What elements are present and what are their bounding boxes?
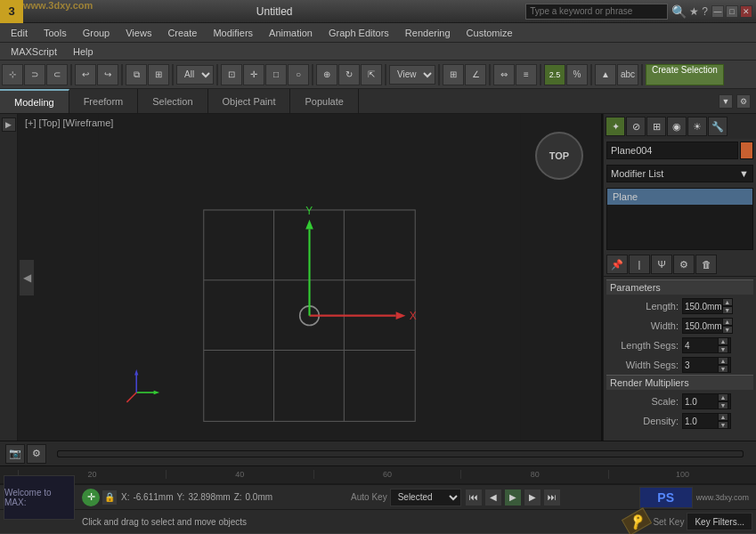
toolbar-snap-btn[interactable]: ⊞	[443, 64, 464, 85]
cmd-tab-create[interactable]: ✦	[606, 117, 625, 136]
viewport[interactable]: [+] [Top] [Wireframe] TOP X	[18, 114, 603, 441]
cmd-tab-motion[interactable]: ◉	[667, 117, 687, 136]
toolbar-rotate-btn[interactable]: ↻	[338, 64, 360, 85]
toolbar-material-btn[interactable]: abc	[617, 64, 638, 85]
modifier-stack[interactable]: Plane	[606, 188, 753, 250]
viewport-scrollbar[interactable]	[57, 450, 744, 457]
length-segs-up-btn[interactable]: ▲	[718, 337, 728, 345]
next-frame-btn[interactable]: ⏭	[543, 489, 561, 506]
density-up-btn[interactable]: ▲	[718, 413, 728, 421]
toolbar-hierarchy-btn[interactable]: ⊞	[148, 64, 169, 85]
object-name-input[interactable]	[606, 142, 738, 159]
play-btn[interactable]: ▶	[504, 489, 522, 506]
tabs-config-icon[interactable]: ⚙	[736, 94, 751, 109]
close-button[interactable]: ✕	[740, 5, 752, 18]
tab-freeform[interactable]: Freeform	[69, 89, 139, 113]
modifier-stack-item-plane[interactable]: Plane	[607, 189, 752, 205]
menu-help[interactable]: Help	[66, 44, 101, 59]
toolbar-scale-btn[interactable]: ⇱	[361, 64, 382, 85]
menu-maxscript[interactable]: MAXScript	[4, 44, 64, 59]
toolbar-select-btn[interactable]: ⊹	[2, 64, 23, 85]
toolbar-percent-btn[interactable]: %	[566, 64, 588, 85]
menu-edit[interactable]: Edit	[4, 26, 35, 40]
tab-selection[interactable]: Selection	[138, 89, 207, 113]
key-filters-button[interactable]: Key Filters...	[687, 513, 752, 530]
density-input[interactable]: 1.0 ▲ ▼	[682, 413, 731, 429]
length-segs-down-btn[interactable]: ▼	[718, 345, 728, 353]
left-nav-btn[interactable]: ▶	[2, 117, 16, 132]
menu-modifiers[interactable]: Modifiers	[206, 26, 260, 40]
width-input[interactable]: 150.0mm ▲ ▼	[682, 318, 731, 334]
width-down-btn[interactable]: ▼	[722, 326, 733, 334]
menu-rendering[interactable]: Rendering	[398, 26, 458, 40]
lock-button[interactable]: 🔒	[102, 490, 118, 506]
cmd-tab-modify[interactable]: ⊘	[626, 117, 646, 136]
toolbar-create-btn[interactable]: ⧉	[126, 64, 147, 85]
toolbar-select-obj-btn[interactable]: ⊡	[221, 64, 242, 85]
menu-views[interactable]: Views	[118, 26, 159, 40]
toolbar-value-btn[interactable]: 2.5	[544, 64, 565, 85]
prev-key-btn[interactable]: ◀	[484, 489, 502, 506]
viewport-nav-left[interactable]: ◀	[20, 260, 34, 295]
toolbar-undo-btn[interactable]: ↩	[75, 64, 96, 85]
help-icon[interactable]: ?	[702, 5, 708, 18]
search-icon[interactable]: 🔍	[671, 4, 687, 19]
width-segs-input[interactable]: 3 ▲ ▼	[682, 357, 731, 373]
menu-customize[interactable]: Customize	[459, 26, 520, 40]
toolbar-rect-select-btn[interactable]: □	[265, 64, 287, 85]
width-segs-down-btn[interactable]: ▼	[718, 365, 728, 373]
tab-populate[interactable]: Populate	[290, 89, 358, 113]
cmd-tab-utilities[interactable]: 🔧	[708, 117, 728, 136]
crosshair-icon[interactable]: ✛	[82, 489, 100, 506]
toolbar-redo-btn[interactable]: ↪	[97, 64, 118, 85]
menu-group[interactable]: Group	[76, 26, 118, 40]
toolbar-transform-btn[interactable]: ⊕	[316, 64, 337, 85]
stack-pin-btn[interactable]: 📌	[606, 255, 628, 274]
filter-dropdown[interactable]: All	[176, 65, 214, 85]
stack-show-btn[interactable]: |	[629, 255, 650, 274]
menu-tools[interactable]: Tools	[37, 26, 74, 40]
scale-down-btn[interactable]: ▼	[718, 401, 728, 409]
menu-create[interactable]: Create	[160, 26, 204, 40]
tab-modeling[interactable]: Modeling	[0, 89, 69, 113]
stack-cfg-btn[interactable]: ⚙	[673, 255, 695, 274]
view-dropdown[interactable]: View	[389, 65, 435, 85]
mini-icon-cam[interactable]: 📷	[5, 444, 25, 464]
length-down-btn[interactable]: ▼	[722, 306, 733, 314]
width-up-btn[interactable]: ▲	[722, 318, 733, 326]
create-selection-button[interactable]: Create Selection	[646, 64, 724, 85]
stack-delete-btn[interactable]: 🗑	[695, 255, 717, 274]
length-segs-input[interactable]: 4 ▲ ▼	[682, 337, 731, 353]
toolbar-align-btn[interactable]: ≡	[516, 64, 537, 85]
tabs-settings-icon[interactable]: ▼	[719, 94, 733, 109]
density-down-btn[interactable]: ▼	[718, 421, 728, 429]
tab-object-paint[interactable]: Object Paint	[208, 89, 291, 113]
toolbar-circle-select-btn[interactable]: ○	[288, 64, 309, 85]
toolbar-mirror-btn[interactable]: ⇔	[493, 64, 515, 85]
stack-show-world-btn[interactable]: Ψ	[651, 255, 672, 274]
object-color-swatch[interactable]	[740, 142, 753, 159]
toolbar-render-btn[interactable]: ▲	[595, 64, 616, 85]
scale-up-btn[interactable]: ▲	[718, 393, 728, 401]
minimize-button[interactable]: —	[711, 5, 724, 18]
toolbar-link-btn[interactable]: ⊃	[24, 64, 45, 85]
length-up-btn[interactable]: ▲	[722, 298, 733, 306]
toolbar-angle-snap-btn[interactable]: ∠	[465, 64, 486, 85]
next-key-btn[interactable]: ▶	[524, 489, 541, 506]
autokey-dropdown[interactable]: Selected	[390, 489, 461, 506]
search-input[interactable]	[525, 4, 668, 20]
length-input[interactable]: 150.0mm ▲ ▼	[682, 298, 731, 314]
prev-frame-btn[interactable]: ⏮	[465, 489, 483, 506]
maximize-button[interactable]: □	[726, 5, 738, 18]
menu-animation[interactable]: Animation	[262, 26, 320, 40]
bookmark-icon[interactable]: ★	[689, 5, 699, 18]
width-segs-up-btn[interactable]: ▲	[718, 357, 728, 365]
cmd-tab-hierarchy[interactable]: ⊞	[646, 117, 666, 136]
toolbar-move-btn[interactable]: ✛	[243, 64, 264, 85]
modifier-list-dropdown[interactable]: Modifier List ▼	[606, 165, 753, 182]
scale-input[interactable]: 1.0 ▲ ▼	[682, 393, 731, 409]
cmd-tab-display[interactable]: ☀	[687, 117, 707, 136]
mini-icon-cfg[interactable]: ⚙	[27, 444, 46, 464]
toolbar-unlink-btn[interactable]: ⊂	[46, 64, 68, 85]
key-icon[interactable]: 🔑	[622, 507, 652, 534]
